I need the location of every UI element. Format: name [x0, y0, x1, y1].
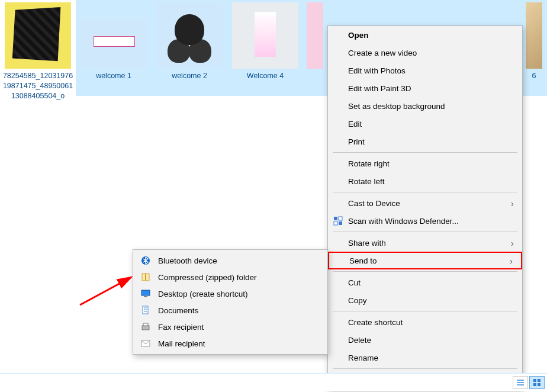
- menu-separator: [333, 232, 517, 232]
- file-label: Welcome 4: [227, 71, 303, 81]
- svg-rect-19: [517, 384, 524, 385]
- ctx-open[interactable]: Open: [328, 26, 522, 44]
- zip-icon: [140, 272, 151, 282]
- chevron-right-icon: ›: [511, 198, 514, 208]
- sendto-zip[interactable]: Compressed (zipped) folder: [133, 269, 327, 285]
- submenu-label: Bluetooth device: [158, 256, 217, 265]
- svg-rect-8: [144, 296, 147, 297]
- ctx-rotate-right[interactable]: Rotate right: [328, 155, 522, 172]
- defender-icon: [333, 216, 343, 226]
- ctx-print[interactable]: Print: [328, 133, 522, 150]
- sendto-submenu: Bluetooth device Compressed (zipped) fol…: [133, 249, 328, 355]
- sendto-documents[interactable]: Documents: [133, 302, 327, 319]
- file-item[interactable]: [303, 0, 327, 96]
- sendto-bluetooth[interactable]: Bluetooth device: [133, 252, 327, 269]
- svg-rect-6: [145, 274, 146, 281]
- menu-separator: [333, 271, 517, 272]
- sendto-desktop[interactable]: Desktop (create shortcut): [133, 285, 327, 302]
- svg-rect-18: [517, 382, 524, 383]
- file-item[interactable]: 78254585_1203197619871475_48950061130884…: [0, 0, 76, 101]
- svg-rect-1: [339, 217, 342, 220]
- thumbnail-image: [526, 2, 542, 69]
- ctx-edit[interactable]: Edit: [328, 115, 522, 133]
- ctx-cast-to-device[interactable]: Cast to Device›: [328, 194, 522, 212]
- ctx-rename[interactable]: Rename: [328, 349, 522, 367]
- svg-line-16: [80, 277, 131, 305]
- annotation-arrow: [77, 272, 136, 308]
- svg-rect-13: [142, 326, 149, 330]
- svg-rect-20: [533, 379, 536, 382]
- documents-icon: [140, 305, 151, 316]
- ctx-cut[interactable]: Cut: [328, 274, 522, 291]
- ctx-send-to[interactable]: Send to›: [328, 252, 522, 269]
- view-thumbnails-button[interactable]: [529, 376, 545, 389]
- ctx-copy[interactable]: Copy: [328, 291, 522, 309]
- thumbnail-image: [232, 2, 298, 69]
- thumbnail-image: [156, 2, 223, 69]
- submenu-label: Mail recipient: [158, 339, 205, 348]
- file-item[interactable]: welcome 2: [152, 0, 227, 96]
- context-menu: Open Create a new video Edit with Photos…: [327, 25, 523, 389]
- svg-rect-17: [517, 380, 524, 381]
- mail-icon: [140, 338, 151, 349]
- file-item[interactable]: Welcome 4: [227, 0, 303, 96]
- status-bar: [0, 373, 547, 391]
- svg-rect-2: [334, 221, 337, 225]
- thumbnail-image: [81, 19, 147, 69]
- ctx-rotate-left[interactable]: Rotate left: [328, 172, 522, 190]
- fax-icon: [140, 322, 151, 332]
- svg-rect-14: [143, 323, 148, 326]
- ctx-share-with[interactable]: Share with›: [328, 234, 522, 252]
- svg-rect-3: [339, 221, 342, 225]
- ctx-create-shortcut[interactable]: Create shortcut: [328, 313, 522, 331]
- thumbnail-image: [307, 2, 323, 69]
- ctx-create-new-video[interactable]: Create a new video: [328, 44, 522, 62]
- menu-separator: [333, 311, 517, 311]
- submenu-label: Documents: [158, 306, 198, 315]
- file-label: welcome 2: [152, 71, 227, 81]
- sendto-fax[interactable]: Fax recipient: [133, 319, 327, 335]
- chevron-right-icon: ›: [511, 238, 514, 248]
- chevron-right-icon: ›: [510, 256, 513, 266]
- svg-rect-7: [141, 290, 150, 295]
- ctx-scan-defender[interactable]: Scan with Windows Defender...: [328, 212, 522, 230]
- ctx-edit-paint3d[interactable]: Edit with Paint 3D: [328, 79, 522, 97]
- file-item[interactable]: welcome 1: [76, 0, 152, 96]
- desktop-icon: [140, 288, 151, 299]
- view-details-button[interactable]: [513, 376, 528, 389]
- thumbnail-image: [5, 2, 71, 69]
- ctx-delete[interactable]: Delete: [328, 331, 522, 349]
- file-label: 6: [521, 71, 547, 81]
- menu-separator: [333, 152, 517, 153]
- bluetooth-icon: [140, 255, 151, 266]
- file-item[interactable]: 6: [521, 0, 547, 96]
- menu-separator: [333, 368, 517, 369]
- svg-rect-22: [533, 383, 536, 386]
- ctx-set-desktop-bg[interactable]: Set as desktop background: [328, 97, 522, 115]
- svg-rect-21: [538, 379, 540, 382]
- file-label: 78254585_1203197619871475_48950061130884…: [0, 71, 76, 101]
- menu-separator: [333, 192, 517, 192]
- svg-rect-0: [334, 217, 337, 220]
- ctx-edit-photos[interactable]: Edit with Photos: [328, 62, 522, 79]
- submenu-label: Fax recipient: [158, 323, 204, 332]
- submenu-label: Desktop (create shortcut): [158, 290, 248, 298]
- submenu-label: Compressed (zipped) folder: [158, 273, 257, 282]
- file-label: welcome 1: [76, 71, 152, 81]
- sendto-mail[interactable]: Mail recipient: [133, 335, 327, 352]
- svg-rect-23: [538, 383, 540, 386]
